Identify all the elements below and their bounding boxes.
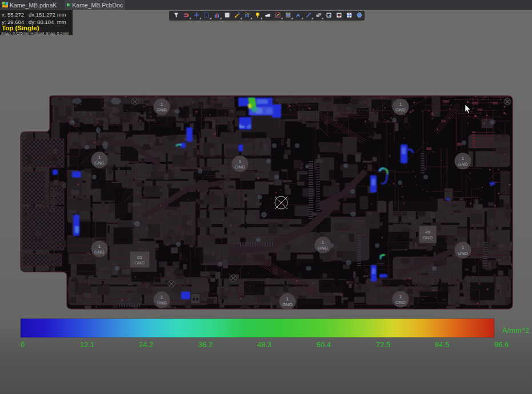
svg-text:84.5: 84.5 [435, 340, 449, 349]
svg-text:96.6: 96.6 [494, 340, 509, 349]
svg-text:60.4: 60.4 [317, 340, 331, 349]
svg-text:48.3: 48.3 [257, 340, 271, 349]
svg-text:24.2: 24.2 [139, 340, 153, 349]
svg-text:0: 0 [21, 340, 25, 349]
svg-text:A: A [296, 12, 300, 18]
svg-text:12.1: 12.1 [80, 340, 94, 349]
svg-text:A/mm^2: A/mm^2 [502, 326, 529, 335]
svg-text:36.2: 36.2 [198, 340, 213, 349]
svg-text:72.5: 72.5 [376, 340, 390, 349]
